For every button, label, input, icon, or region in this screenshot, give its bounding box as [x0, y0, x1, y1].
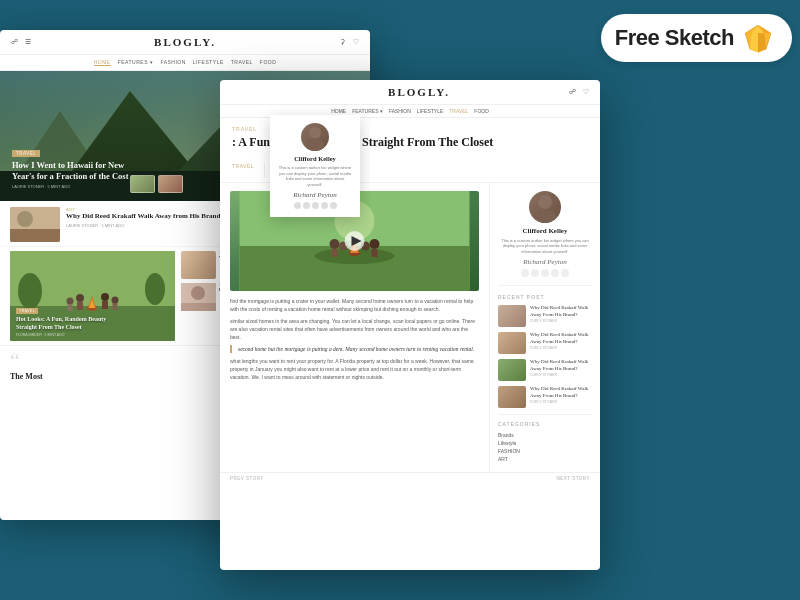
categories-section: CATEGORIES Brands Lifestyle FASHION ART [498, 414, 592, 462]
front-author-avatar [529, 191, 561, 223]
small-thumb-svg [181, 283, 216, 311]
author-card: Clifford Kelley This is a custom author … [270, 115, 360, 217]
front-article-body: find the mortgage is putting a crater in… [220, 183, 490, 473]
svg-point-23 [145, 273, 165, 305]
front-nav-lifestyle[interactable]: LIFESTYLE [417, 108, 443, 114]
social-ig[interactable] [312, 202, 319, 209]
post-meta-1: LAURIE STONER · 5 MINT AGO [66, 223, 224, 228]
front-author-desc: This is a custom author bio widget where… [498, 238, 592, 255]
nav-features[interactable]: FEATURES ▾ [118, 59, 154, 66]
front-nav-fashion[interactable]: FASHION [389, 108, 411, 114]
thumb-2 [158, 175, 183, 193]
menu-icon[interactable]: ☰ [24, 38, 32, 46]
small-thumb-2 [181, 283, 216, 311]
back-header: ☍ ☰ BLOGLY. ⚳ ♡ [0, 30, 370, 55]
post-thumb-svg [10, 207, 60, 242]
sketch-icon [742, 22, 774, 54]
svg-point-53 [538, 195, 552, 209]
svg-point-16 [306, 138, 324, 151]
feature-tag: TRAVEL [16, 308, 38, 314]
front-article-text-1: find the mortgage is putting a crater in… [230, 297, 479, 313]
nav-travel[interactable]: TRAVEL [231, 59, 253, 66]
hero-thumbs [130, 175, 183, 193]
avatar-icon [301, 123, 329, 151]
front-nav-food[interactable]: FOOD [474, 108, 488, 114]
category-fashion[interactable]: FASHION [498, 448, 592, 454]
front-author-card: Clifford Kelley This is a custom author … [498, 191, 592, 287]
front-sidebar: Clifford Kelley This is a custom author … [490, 183, 600, 473]
front-social-fb[interactable] [521, 269, 529, 277]
front-social-ig[interactable] [541, 269, 549, 277]
heart-icon[interactable]: ♡ [352, 38, 360, 46]
front-avatar-svg [529, 191, 561, 223]
recent-posts-title: RECENT POST [498, 294, 592, 300]
sidebar-thumb-2 [498, 332, 526, 354]
front-social-yt[interactable] [561, 269, 569, 277]
front-logo: BLOGLY. [388, 86, 450, 98]
feature-image: TRAVEL Hot Looks: A Fun, Random Beauty S… [10, 251, 175, 341]
front-content-area: find the mortgage is putting a crater in… [220, 183, 600, 473]
author-signature: Richard Peyton [278, 191, 352, 199]
front-blockquote: second home but the mortgage is putting … [230, 345, 479, 353]
social-pi[interactable] [321, 202, 328, 209]
sidebar-post-3: Why Did Reed Krakaff Walk Away From His … [498, 359, 592, 381]
back-logo: BLOGLY. [154, 36, 216, 48]
sidebar-post-meta-1: CURLY STONER [530, 319, 592, 323]
nav-lifestyle[interactable]: LIFESTYLE [193, 59, 224, 66]
svg-rect-37 [181, 303, 216, 311]
front-nav-travel[interactable]: TRAVEL [449, 108, 468, 114]
svg-rect-46 [332, 249, 338, 257]
svg-point-15 [309, 127, 321, 139]
post-title-1: Why Did Reed Krakaff Walk Away from His … [66, 212, 224, 221]
svg-point-47 [370, 239, 380, 249]
front-heart-icon[interactable]: ♡ [582, 88, 590, 96]
prev-story-link[interactable]: PREV STORY [230, 476, 264, 481]
post-info-1: ART Why Did Reed Krakaff Walk Away from … [66, 207, 224, 228]
social-tw[interactable] [303, 202, 310, 209]
front-search-icon[interactable]: ☍ [568, 88, 576, 96]
category-lifestyle[interactable]: Lifestyle [498, 440, 592, 446]
nav-home[interactable]: HOME [94, 59, 111, 66]
search-icon[interactable]: ☍ [10, 38, 18, 46]
back-header-icons-left: ☍ ☰ [10, 38, 32, 46]
back-hero-content: TRAVEL How I Went to Hawaii for New Year… [12, 141, 142, 189]
badge-text: Free Sketch [615, 25, 734, 51]
author-name: Clifford Kelley [278, 155, 352, 162]
back-header-icons-right: ⚳ ♡ [338, 38, 360, 46]
category-brands[interactable]: Brands [498, 432, 592, 438]
social-yt[interactable] [330, 202, 337, 209]
front-article-text-2: similar sized homes in the area are chan… [230, 317, 479, 341]
next-story-link[interactable]: NEXT STORY [556, 476, 590, 481]
sidebar-post-title-1: Why Did Reed Krakaff Walk Away From His … [530, 305, 592, 318]
nav-fashion[interactable]: FASHION [160, 59, 185, 66]
hero-title: How I Went to Hawaii for New Year's for … [12, 160, 142, 182]
stat-sep-1 [264, 163, 265, 178]
front-social-pi[interactable] [551, 269, 559, 277]
front-article-text-3: what lengths you want to rent your prope… [230, 357, 479, 381]
nav-food[interactable]: FOOD [260, 59, 276, 66]
stat-tag: TRAVEL [232, 163, 254, 178]
author-social [278, 202, 352, 209]
front-social-tw[interactable] [531, 269, 539, 277]
sidebar-post-info-2: Why Did Reed Krakaff Walk Away From His … [530, 332, 592, 350]
cart-icon[interactable]: ⚳ [338, 38, 346, 46]
front-author-name: Clifford Kelley [498, 227, 592, 235]
author-avatar [301, 123, 329, 151]
front-nav-features[interactable]: FEATURES ▾ [352, 108, 383, 114]
sidebar-post-info-4: Why Did Reed Krakaff Walk Away From His … [530, 386, 592, 404]
front-social-row [498, 269, 592, 277]
stat-tag-label: TRAVEL [232, 163, 254, 169]
svg-rect-19 [10, 229, 60, 242]
categories-title: CATEGORIES [498, 421, 592, 427]
sidebar-post-meta-3: CURLY STONER [530, 373, 592, 377]
front-header-icons: ☍ ♡ [568, 88, 590, 96]
category-art[interactable]: ART [498, 456, 592, 462]
front-header: BLOGLY. ☍ ♡ [220, 80, 600, 105]
sidebar-post-info-1: Why Did Reed Krakaff Walk Away From His … [530, 305, 592, 323]
front-bottom-nav: PREV STORY NEXT STORY [220, 472, 600, 484]
thumb-1 [130, 175, 155, 193]
svg-rect-48 [372, 249, 378, 257]
social-fb[interactable] [294, 202, 301, 209]
sidebar-post-meta-4: CURLY STONER [530, 400, 592, 404]
front-nav-home[interactable]: HOME [331, 108, 346, 114]
